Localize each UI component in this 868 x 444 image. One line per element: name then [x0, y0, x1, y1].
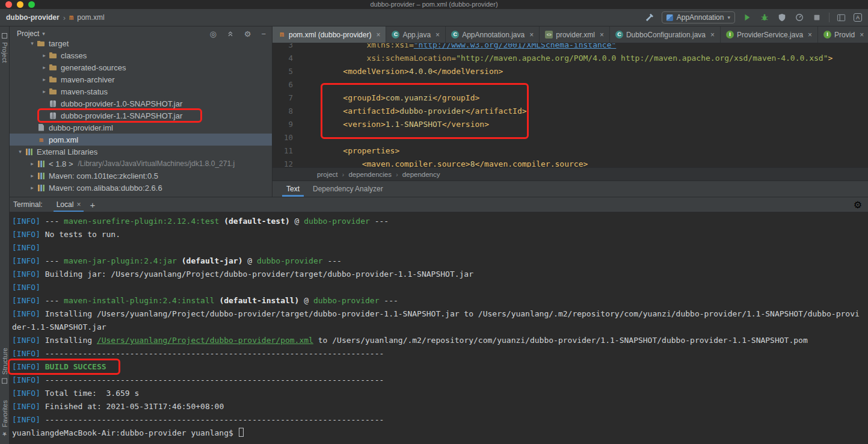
main-area: Project ▾target▸classes▸generated-source…	[10, 26, 868, 197]
chevron-right-icon[interactable]: ▸	[28, 161, 37, 167]
close-icon[interactable]: ×	[808, 31, 812, 39]
code-line-8[interactable]: 8 <artifactId>dubbo-provider</artifactId…	[276, 105, 868, 118]
xml-breadcrumb-dependency[interactable]: dependency	[402, 171, 440, 178]
tool-window-button-project[interactable]: Project	[1, 31, 8, 63]
close-icon[interactable]: ×	[529, 31, 534, 39]
editor-tab-pom-xml-dubbo-provider[interactable]: mpom.xml (dubbo-provider)×	[272, 26, 386, 43]
editor-tab-provider-xml[interactable]: provider.xml×	[540, 26, 610, 43]
chevron-right-icon[interactable]: ▸	[40, 64, 49, 70]
tool-window-button-structure[interactable]: Structure	[1, 348, 8, 386]
close-icon[interactable]: ×	[600, 31, 604, 39]
terminal-text-segment: @	[243, 256, 257, 265]
terminal-text-segment: [INFO]	[12, 243, 40, 252]
terminal-text-segment: dubbo-provider	[257, 256, 323, 265]
close-icon[interactable]: ×	[376, 31, 380, 39]
chevron-right-icon[interactable]: ▸	[40, 88, 49, 94]
code-line-6[interactable]: 6	[276, 78, 868, 91]
tree-item-target[interactable]: ▾target	[10, 41, 272, 49]
tool-window-button-favorites[interactable]: Favorites	[1, 400, 8, 439]
terminal-output[interactable]: [INFO] --- maven-surefire-plugin:2.12.4:…	[10, 212, 868, 444]
jar-icon	[49, 100, 58, 108]
tree-item-dubbo-provider-1-1-snapshot-jar[interactable]: dubbo-provider-1.1-SNAPSHOT.jar	[10, 109, 272, 122]
close-icon[interactable]: ×	[860, 31, 864, 39]
run-config-select[interactable]: AppAnnotation	[662, 11, 735, 23]
settings-gear-icon[interactable]	[244, 30, 251, 38]
chevron-down-icon[interactable]: ▾	[28, 41, 37, 46]
code-line-7[interactable]: 7 <groupId>com.yuanzi</groupId>	[276, 91, 868, 105]
terminal-line: [INFO] Finished at: 2021-05-31T17:46:50+…	[12, 400, 863, 413]
close-icon[interactable]: ×	[436, 31, 440, 39]
breadcrumb-separator-icon	[63, 13, 66, 22]
collapse-all-icon[interactable]	[227, 30, 234, 37]
stop-button[interactable]	[811, 12, 822, 23]
terminal-text-segment: maven-jar-plugin:2.4:jar	[64, 256, 182, 265]
code-line-12[interactable]: 12 <maven.compiler.source>8</maven.compi…	[276, 158, 868, 167]
debug-button[interactable]	[759, 12, 770, 23]
tree-item-generated-sources[interactable]: ▸generated-sources	[10, 61, 272, 73]
code-line-5[interactable]: 5 <modelVersion>4.0.0</modelVersion>	[276, 65, 868, 78]
chevron-right-icon[interactable]: ▸	[40, 76, 49, 82]
editor-tab-dubboconfiguration-java[interactable]: CDubboConfiguration.java×	[610, 26, 721, 43]
tree-item-pom-xml[interactable]: mpom.xml	[10, 134, 272, 146]
chevron-down-icon[interactable]: ▾	[16, 149, 25, 155]
new-terminal-button[interactable]	[90, 200, 95, 210]
tree-item-maven-com-alibaba-dubbo-2-6-6[interactable]: ▸Maven: com.alibaba:dubbo:2.6.6	[10, 182, 272, 194]
input-method-icon[interactable]	[854, 13, 862, 22]
editor-tab-bar: mpom.xml (dubbo-provider)×CApp.java×CApp…	[272, 26, 868, 43]
folder-icon	[49, 64, 58, 72]
tree-item-external-libraries[interactable]: ▾External Libraries	[10, 146, 272, 158]
code-line-10[interactable]: 10	[276, 131, 868, 144]
build-hammer-icon[interactable]	[644, 12, 655, 23]
breadcrumb-file[interactable]: pom.xml	[77, 13, 104, 22]
chevron-right-icon[interactable]: ▸	[40, 52, 49, 58]
tree-item-maven-com-101tec-zkclient-0-5[interactable]: ▸Maven: com.101tec:zkclient:0.5	[10, 170, 272, 182]
hide-panel-icon[interactable]	[261, 30, 266, 38]
coverage-button[interactable]	[777, 12, 787, 23]
editor-tab-provid[interactable]: IProvid×	[818, 26, 868, 43]
tree-item-maven-status[interactable]: ▸maven-status	[10, 85, 272, 97]
run-button[interactable]	[742, 12, 753, 23]
view-tab-text[interactable]: Text	[280, 181, 306, 197]
chevron-down-icon[interactable]	[42, 31, 45, 37]
terminal-text-segment: maven-install-plugin:2.4:install	[64, 296, 219, 305]
run-config-label: AppAnnotation	[677, 13, 724, 22]
code-line-9[interactable]: 9 <version>1.1-SNAPSHOT</version>	[276, 118, 868, 131]
tree-item-maven-archiver[interactable]: ▸maven-archiver	[10, 73, 272, 85]
zoom-window-button[interactable]	[28, 1, 35, 8]
code-line-11[interactable]: 11 <properties>	[276, 144, 868, 158]
profiler-button[interactable]	[794, 12, 805, 23]
code-line-4[interactable]: 4 xsi:schemaLocation="http://maven.apach…	[276, 52, 868, 65]
code-line-3[interactable]: 3 xmlns:xsi="http://www.w3.org/2001/XMLS…	[276, 43, 868, 52]
breadcrumb-project[interactable]: dubbo-provider	[6, 13, 60, 22]
terminal-text-segment: [INFO]	[12, 309, 45, 318]
terminal-text-segment: dubbo-provider	[313, 296, 380, 305]
tool-windows-icon[interactable]	[836, 12, 847, 23]
chevron-right-icon[interactable]: ▸	[28, 173, 37, 179]
terminal-text-segment: Finished at: 2021-05-31T17:46:50+08:00	[45, 402, 224, 411]
terminal-text-segment: ----------------------------------------…	[45, 349, 384, 358]
locate-file-icon[interactable]	[209, 30, 216, 38]
code-area[interactable]: 3 xmlns:xsi="http://www.w3.org/2001/XMLS…	[272, 43, 868, 167]
xml-breadcrumb-dependencies[interactable]: dependencies	[348, 171, 392, 178]
tree-item-1-8[interactable]: ▸< 1.8 >/Library/Java/JavaVirtualMachine…	[10, 158, 272, 170]
close-icon[interactable]: ×	[710, 31, 715, 39]
terminal-tab-local[interactable]: Local	[54, 197, 84, 212]
terminal-text-segment: [INFO]	[12, 349, 45, 358]
tree-item-dubbo-provider-iml[interactable]: dubbo-provider.iml	[10, 122, 272, 134]
view-tab-dependency-analyzer[interactable]: Dependency Analyzer	[306, 181, 390, 197]
editor-tab-app-java[interactable]: CApp.java×	[386, 26, 446, 43]
xml-breadcrumb-project[interactable]: project	[317, 171, 338, 178]
editor-tab-appannotation-java[interactable]: CAppAnnotation.java×	[446, 26, 540, 43]
terminal-settings-gear-icon[interactable]	[854, 199, 862, 211]
tree-item-classes[interactable]: ▸classes	[10, 49, 272, 61]
chevron-right-icon[interactable]: ▸	[28, 185, 37, 191]
tree-item-dubbo-provider-1-0-snapshot-jar[interactable]: dubbo-provider-1.0-SNAPSHOT.jar	[10, 97, 272, 109]
terminal-line: [INFO] --- maven-jar-plugin:2.4:jar (def…	[12, 254, 863, 268]
close-window-button[interactable]	[5, 1, 12, 8]
minimize-window-button[interactable]	[17, 1, 23, 8]
terminal-file-link[interactable]: /Users/yuanlang/Project/dubbo-provider/p…	[97, 336, 313, 345]
terminal-text-segment: [INFO]	[12, 296, 45, 305]
project-panel-title[interactable]: Project	[17, 29, 39, 38]
editor-tab-providerservice-java[interactable]: IProviderService.java×	[721, 26, 818, 43]
close-icon[interactable]	[76, 200, 81, 209]
